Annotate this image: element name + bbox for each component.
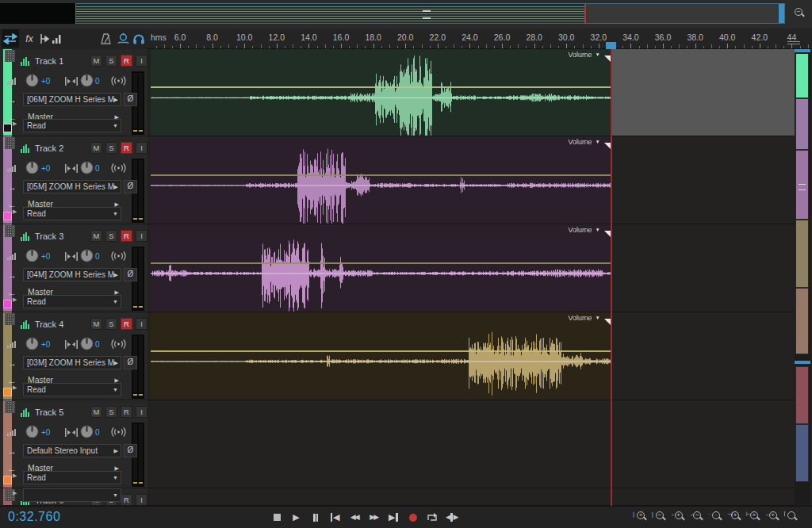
skip-selection-button[interactable]: ◀▶ [443, 511, 461, 524]
monitor-input-icon[interactable] [111, 163, 126, 174]
overview-zoom-out-icon[interactable]: − [792, 6, 806, 23]
track-header[interactable]: Track 6 M S R I +0 0 → ▶ Ø ← ▶ ▶ ▼ [0, 488, 147, 506]
zoom-in-button[interactable]: |+ [634, 510, 650, 525]
track-header[interactable]: Track 2 M S R I +0 0 → [05M] ZOOM H Seri… [0, 136, 147, 224]
mute-button[interactable]: M [90, 142, 102, 154]
volume-envelope-line[interactable] [151, 262, 611, 264]
pan-knob[interactable] [80, 161, 94, 174]
navigator-zoom-icon[interactable] [787, 40, 800, 47]
automation-mode-select[interactable]: Read▼ [23, 383, 121, 396]
zoom-to-selection-button[interactable]: ↔+ [767, 510, 783, 525]
monitor-input-icon[interactable] [111, 251, 126, 262]
input-select[interactable]: [03M] ZOOM H Series M▶ [23, 356, 121, 369]
input-select[interactable]: Default Stereo Input▶ [23, 444, 121, 457]
zoom-out-time-button[interactable]: ←− [691, 510, 707, 525]
playhead-handle[interactable] [606, 42, 616, 49]
timeline-area[interactable]: Volume▼Volume▼Volume▼Volume▼ [147, 49, 812, 506]
track-color-chip[interactable] [3, 300, 12, 308]
solo-button[interactable]: S [105, 318, 117, 330]
mute-button[interactable]: M [90, 318, 102, 330]
clip-volume-label[interactable]: Volume▼ [569, 226, 600, 234]
rewind-button[interactable]: ◀◀ [346, 511, 363, 524]
pan-knob[interactable] [80, 74, 94, 87]
volume-knob[interactable] [25, 74, 39, 87]
volume-value[interactable]: +0 [41, 164, 50, 173]
play-button[interactable]: ▶ [288, 511, 305, 524]
navigator-track-segment[interactable] [795, 220, 809, 288]
phase-button[interactable]: Ø [124, 180, 137, 193]
automation-mode-select[interactable]: Read▼ [23, 471, 121, 484]
solo-button[interactable]: S [105, 142, 117, 154]
track-drag-grip[interactable] [5, 137, 15, 149]
arm-record-button[interactable]: R [121, 230, 132, 242]
monitor-button[interactable] [130, 29, 147, 48]
input-monitor-button[interactable]: I [136, 142, 147, 154]
zoom-in-time-button[interactable]: ←+ [672, 510, 688, 525]
track-header[interactable]: Track 5 M S R I +0 0 → Default Stereo In… [0, 400, 147, 488]
clip-volume-label[interactable]: Volume▼ [569, 314, 600, 322]
mute-button[interactable]: M [90, 406, 102, 418]
audio-clip[interactable]: Volume▼ [151, 312, 611, 400]
automation-mode-select[interactable]: Read▼ [23, 207, 121, 220]
arm-record-button[interactable]: R [121, 55, 132, 67]
phase-button[interactable]: Ø [124, 444, 137, 457]
volume-knob[interactable] [25, 337, 39, 350]
track-navigator[interactable] [795, 49, 810, 506]
track-color-chip[interactable] [3, 476, 12, 484]
track-name[interactable]: Track 1 [35, 56, 63, 66]
clip-volume-label[interactable]: Volume▼ [569, 51, 600, 59]
phase-button[interactable]: Ø [124, 93, 137, 106]
clip-volume-label[interactable]: Volume▼ [569, 138, 600, 146]
stop-button[interactable] [268, 511, 285, 524]
navigator-track-segment[interactable] [795, 98, 809, 150]
mute-button[interactable]: M [90, 55, 102, 67]
automation-mode-select[interactable]: Read▼ [23, 295, 121, 308]
solo-button[interactable]: S [105, 406, 117, 418]
record-button[interactable] [404, 511, 422, 524]
zoom-reset-button[interactable]: ·· [710, 510, 726, 525]
automation-expander[interactable]: ▶ [13, 385, 17, 391]
navigator-track-segment[interactable] [795, 424, 809, 482]
loop-playback-button[interactable] [423, 511, 441, 524]
pan-value[interactable]: 0 [95, 164, 100, 173]
automation-expander[interactable]: ▶ [13, 209, 17, 215]
arm-record-button[interactable]: R [121, 494, 132, 506]
track-drag-grip[interactable] [5, 401, 15, 413]
navigator-track-segment[interactable] [795, 366, 809, 424]
record-timer-button[interactable] [114, 29, 132, 48]
zoom-in-at-in-point-button[interactable]: ⊣+ [729, 510, 745, 525]
track-header[interactable]: Track 3 M S R I +0 0 → [04M] ZOOM H Seri… [0, 224, 147, 312]
track-lane[interactable] [147, 400, 795, 488]
track-color-chip[interactable] [3, 124, 12, 132]
track-drag-grip[interactable] [5, 50, 15, 62]
automation-expander[interactable]: ▶ [13, 121, 17, 127]
volume-envelope-line[interactable] [151, 350, 611, 352]
automation-expander[interactable]: ▶ [13, 490, 17, 496]
track-lane[interactable]: Volume▼ [147, 136, 795, 224]
automation-expander[interactable]: ▶ [13, 473, 17, 479]
track-name[interactable]: Track 5 [35, 407, 63, 417]
navigator-viewport-edge[interactable] [795, 361, 810, 364]
track-header[interactable]: Track 1 M S R I +0 0 → [06M] ZOOM H Seri… [0, 49, 147, 136]
monitor-input-icon[interactable] [111, 339, 126, 350]
automation-mode-select[interactable]: Read▼ [23, 119, 121, 132]
fast-forward-button[interactable]: ▶▶ [366, 511, 383, 524]
volume-value[interactable]: +0 [41, 252, 50, 261]
pan-value[interactable]: 0 [95, 77, 100, 86]
phase-button[interactable]: Ø [124, 356, 137, 369]
track-lane[interactable]: Volume▼ [147, 312, 795, 400]
navigator-track-segment[interactable] [795, 53, 809, 98]
zoom-out-button[interactable]: |− [653, 510, 669, 525]
arm-record-button[interactable]: R [121, 318, 132, 330]
track-name[interactable]: Track 3 [35, 231, 63, 241]
metering-tool-button[interactable] [48, 29, 65, 48]
monitor-input-icon[interactable] [111, 427, 126, 438]
pan-value[interactable]: 0 [95, 252, 100, 261]
solo-button[interactable]: S [105, 230, 117, 242]
input-monitor-button[interactable]: I [136, 406, 147, 418]
volume-knob[interactable] [25, 161, 39, 174]
pan-knob[interactable] [80, 337, 94, 350]
input-monitor-button[interactable]: I [136, 318, 147, 330]
pan-value[interactable]: 0 [95, 340, 100, 349]
volume-envelope-line[interactable] [151, 86, 611, 88]
